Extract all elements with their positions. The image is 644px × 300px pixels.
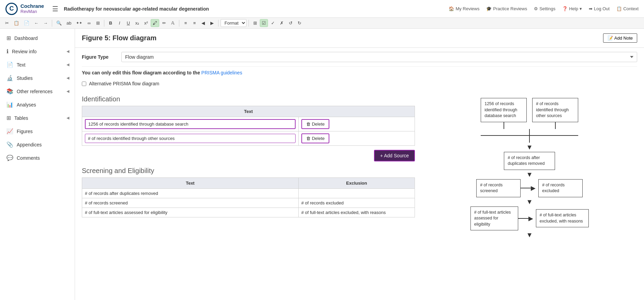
toolbar-italic[interactable]: I bbox=[115, 19, 123, 27]
sidebar-item-comments[interactable]: 💬 Comments bbox=[0, 151, 75, 165]
figure-type-row: Figure Type Flow diagram bbox=[82, 48, 637, 67]
toolbar-underline[interactable]: U bbox=[124, 19, 132, 27]
table-row: # of records after duplicates removed bbox=[82, 189, 415, 198]
toolbar-find[interactable]: 🔍 bbox=[54, 19, 64, 27]
id-row2-text-cell bbox=[82, 131, 299, 146]
toolbar-track[interactable]: ✦✦ bbox=[74, 19, 84, 27]
toolbar-redo[interactable]: → bbox=[41, 19, 50, 27]
toolbar: ✂ 📋 📄 ← → 🔍 ab ✦✦ ∞ ⊞ B I U x₂ x² 🖍 ✏ 𝔸 … bbox=[0, 18, 644, 29]
sidebar-item-studies[interactable]: 🔬 Studies ◀ bbox=[0, 71, 75, 85]
toolbar-findreplace[interactable]: ab bbox=[64, 19, 73, 27]
toolbar-sep5 bbox=[249, 20, 249, 27]
appendices-icon: 📎 bbox=[6, 141, 13, 148]
toolbar-copy[interactable]: 📋 bbox=[12, 19, 21, 27]
toolbar-undo[interactable]: ← bbox=[32, 19, 41, 27]
trash-icon: 🗑 bbox=[306, 122, 311, 127]
toolbar-subscript[interactable]: x₂ bbox=[133, 19, 141, 27]
id-row1-action-cell: 🗑 Delete bbox=[298, 117, 415, 131]
screen-row2-text: # of records screened bbox=[82, 198, 299, 208]
analyses-icon: 📊 bbox=[6, 101, 13, 108]
logo-area: C Cochrane RevMan bbox=[5, 3, 44, 15]
id-row2-delete-button[interactable]: 🗑 Delete bbox=[301, 133, 330, 143]
toolbar-highlight[interactable]: 🖍 bbox=[151, 19, 159, 27]
figure-type-select[interactable]: Flow diagram bbox=[121, 52, 637, 62]
add-source-row: + Add Source bbox=[82, 148, 415, 163]
toolbar-table[interactable]: ⊞ bbox=[94, 19, 102, 27]
sidebar-item-text[interactable]: 📄 Text ◀ bbox=[0, 58, 75, 71]
figure-content: Figure Type Flow diagram You can only ed… bbox=[75, 48, 644, 253]
toolbar-special[interactable]: ∞ bbox=[85, 19, 93, 27]
sidebar-item-review-info[interactable]: ℹ Review info ◀ bbox=[0, 45, 75, 58]
id-row1-text-cell bbox=[82, 117, 299, 131]
sidebar-item-dashboard[interactable]: ⊞ Dashboard bbox=[0, 31, 75, 45]
id-row2-input[interactable] bbox=[85, 134, 296, 143]
sidebar-item-analyses[interactable]: 📊 Analyses bbox=[0, 98, 75, 111]
other-refs-arrow: ◀ bbox=[66, 89, 69, 94]
arrow-to-dup: ▼ bbox=[422, 143, 637, 151]
logo-revman: RevMan bbox=[20, 9, 44, 14]
alt-prisma-checkbox[interactable] bbox=[82, 82, 86, 86]
toolbar-icon2[interactable]: ☑ bbox=[260, 19, 268, 27]
nav-help[interactable]: ❓ Help ▾ bbox=[562, 6, 582, 11]
sidebar-item-figures[interactable]: 📈 Figures bbox=[0, 125, 75, 138]
arrow-to-full: ▼ bbox=[422, 198, 637, 206]
sidebar-item-tables[interactable]: ⊞ Tables ◀ bbox=[0, 111, 75, 125]
text-icon: 📄 bbox=[6, 61, 13, 68]
toolbar-icon1[interactable]: ⊞ bbox=[251, 19, 259, 27]
add-note-button[interactable]: 📝 Add Note bbox=[603, 33, 637, 43]
toolbar-clear[interactable]: 𝔸 bbox=[169, 19, 177, 27]
flow-full-excl-box: # of full-text articles excluded, with r… bbox=[536, 209, 589, 227]
nav-links: 🏠 My Reviews 🎓 Practice Reviews ⚙ Settin… bbox=[449, 6, 639, 11]
flow-id-box1: 1256 of records identified through datab… bbox=[481, 98, 527, 122]
note-icon: 📝 bbox=[608, 35, 613, 41]
sidebar-label-tables: Tables bbox=[14, 115, 28, 121]
identification-table: Text 🗑 Delete bbox=[82, 106, 415, 146]
toolbar-sep2 bbox=[104, 20, 104, 27]
studies-icon: 🔬 bbox=[6, 75, 13, 81]
toolbar-cut[interactable]: ✂ bbox=[3, 19, 11, 27]
sidebar-label-appendices: Appendices bbox=[17, 142, 42, 147]
nav-practice-reviews[interactable]: 🎓 Practice Reviews bbox=[486, 6, 527, 11]
toolbar-color[interactable]: ✏ bbox=[160, 19, 168, 27]
nav-logout[interactable]: ➡ Log Out bbox=[589, 6, 610, 11]
main-layout: ⊞ Dashboard ℹ Review info ◀ 📄 Text ◀ 🔬 S… bbox=[0, 29, 644, 300]
id-row2-action-cell: 🗑 Delete bbox=[298, 131, 415, 146]
nav-my-reviews[interactable]: 🏠 My Reviews bbox=[449, 6, 479, 11]
sidebar-label-studies: Studies bbox=[17, 75, 33, 81]
figure-edit-diagram: Identification Text bbox=[82, 91, 637, 246]
nav-context[interactable]: 📋 Context bbox=[616, 6, 639, 11]
hamburger-button[interactable]: ☰ bbox=[52, 5, 58, 13]
id-row1-delete-button[interactable]: 🗑 Delete bbox=[301, 119, 330, 129]
toolbar-sep1 bbox=[52, 20, 52, 27]
nav-settings[interactable]: ⚙ Settings bbox=[534, 6, 555, 11]
review-info-icon: ℹ bbox=[6, 48, 9, 55]
screen-text-header: Text bbox=[82, 178, 299, 189]
toolbar-bold[interactable]: B bbox=[106, 19, 115, 27]
studies-arrow: ◀ bbox=[66, 76, 69, 80]
prisma-link[interactable]: PRISMA guidelines bbox=[201, 70, 242, 75]
toolbar-indent-in[interactable]: ▶ bbox=[208, 19, 216, 27]
toolbar-list-ol[interactable]: ≡ bbox=[190, 19, 198, 27]
toolbar-icon3[interactable]: ✓ bbox=[269, 19, 277, 27]
trash-icon2: 🗑 bbox=[306, 136, 311, 141]
sidebar-item-appendices[interactable]: 📎 Appendices bbox=[0, 138, 75, 151]
toolbar-icon5[interactable]: ↺ bbox=[286, 19, 295, 27]
toolbar-indent-out[interactable]: ◀ bbox=[199, 19, 207, 27]
content-area: Figure 5: Flow diagram 📝 Add Note Figure… bbox=[75, 29, 644, 300]
toolbar-paste[interactable]: 📄 bbox=[22, 19, 31, 27]
toolbar-sep3 bbox=[179, 20, 179, 27]
sidebar-item-other-refs[interactable]: 📚 Other references ◀ bbox=[0, 85, 75, 98]
sidebar-label-text: Text bbox=[17, 62, 26, 68]
figure-edit-panel: Identification Text bbox=[82, 91, 415, 246]
toolbar-superscript[interactable]: x² bbox=[142, 19, 150, 27]
add-source-button[interactable]: + Add Source bbox=[374, 150, 415, 161]
toolbar-format-select[interactable]: Format bbox=[221, 19, 246, 27]
id-row1-input[interactable] bbox=[85, 119, 296, 129]
table-row: # of full-text articles assessed for eli… bbox=[82, 208, 415, 217]
flow-id-box2: # of records identified through other so… bbox=[532, 98, 578, 122]
arrow-to-incl: ▼ bbox=[422, 231, 637, 239]
id-text-header: Text bbox=[82, 106, 415, 117]
toolbar-icon4[interactable]: ✗ bbox=[278, 19, 286, 27]
toolbar-list-ul[interactable]: ≡ bbox=[181, 19, 190, 27]
toolbar-icon6[interactable]: ↻ bbox=[295, 19, 303, 27]
